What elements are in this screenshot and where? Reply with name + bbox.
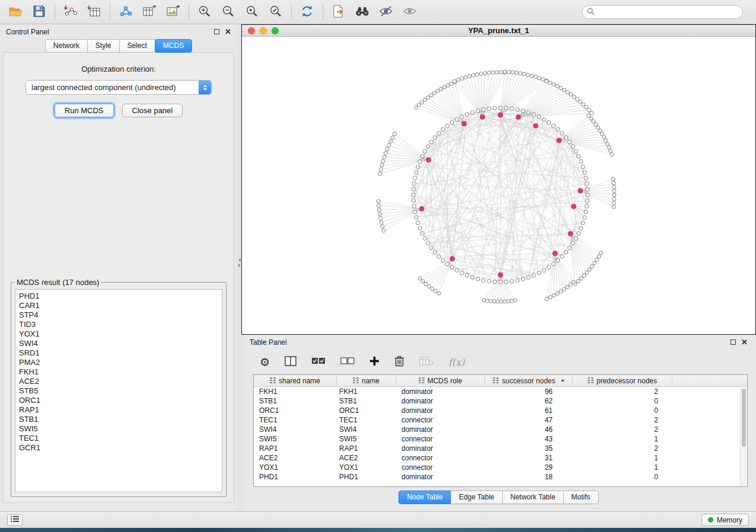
column-grid-icon	[270, 377, 276, 385]
splitter-grip-icon[interactable]	[237, 258, 241, 271]
window-minimize-light[interactable]	[260, 27, 267, 34]
column-header-name[interactable]: name	[337, 375, 396, 386]
tab-mcds[interactable]: MCDS	[155, 39, 192, 53]
mcds-result-item[interactable]: PMA2	[19, 358, 222, 367]
export-table-button[interactable]	[138, 2, 161, 22]
tab-motifs[interactable]: Motifs	[563, 491, 599, 504]
network-window-titlebar[interactable]: YPA_prune.txt_1	[242, 25, 755, 37]
mcds-result-item[interactable]: FKH1	[19, 367, 222, 377]
float-panel-icon[interactable]	[214, 29, 219, 34]
table-row[interactable]: TEC1TEC1connector472	[254, 415, 747, 425]
zoom-fit-button[interactable]	[264, 2, 288, 22]
float-table-panel-icon[interactable]	[731, 339, 736, 345]
column-header-predecessor-nodes[interactable]: predecessor nodes	[573, 375, 672, 386]
close-panel-icon[interactable]: ✕	[225, 28, 231, 36]
mcds-result-item[interactable]: SWI5	[19, 424, 222, 434]
mcds-result-item[interactable]: GCR1	[19, 443, 222, 453]
mcds-result-item[interactable]: SWI4	[19, 339, 222, 348]
table-row[interactable]: SWI4SWI4dominator462	[254, 425, 747, 434]
global-search-field[interactable]	[582, 5, 743, 19]
sort-chevron-icon[interactable]	[561, 380, 564, 382]
zoom-out-button[interactable]	[216, 2, 240, 22]
table-cell: dominator	[396, 406, 485, 415]
show-details-button[interactable]	[398, 2, 422, 22]
table-row[interactable]: FKH1FKH1dominator962	[254, 387, 747, 396]
task-history-button[interactable]	[7, 514, 23, 526]
close-table-panel-icon[interactable]: ✕	[741, 338, 748, 346]
apply-layout-button[interactable]	[295, 2, 319, 22]
table-cell: ORC1	[254, 406, 337, 415]
criterion-dropdown[interactable]: largest connected component (undirected)	[25, 80, 212, 95]
open-session-button[interactable]	[4, 2, 27, 22]
mcds-result-item[interactable]: YOX1	[19, 329, 222, 339]
optimization-criterion-label: Optimization criterion:	[4, 65, 234, 73]
mcds-result-item[interactable]: TEC1	[19, 434, 222, 443]
mcds-result-item[interactable]: SRD1	[19, 348, 222, 358]
import-table-button[interactable]	[82, 2, 106, 22]
search-input[interactable]	[595, 7, 742, 17]
table-row[interactable]: RAP1RAP1dominator352	[254, 444, 747, 453]
show-columns-icon[interactable]	[285, 356, 296, 368]
new-network-button[interactable]	[114, 2, 138, 22]
zoom-in-button[interactable]	[193, 2, 216, 22]
network-graph[interactable]	[242, 37, 755, 334]
zoom-in-icon	[197, 4, 212, 20]
mcds-result-item[interactable]: PHD1	[19, 291, 222, 301]
share-document-button[interactable]	[327, 2, 350, 22]
run-mcds-button[interactable]: Run MCDS	[55, 104, 114, 117]
delete-table-icon-disabled	[419, 356, 433, 368]
mcds-result-item[interactable]: STB1	[19, 415, 222, 424]
mcds-result-item[interactable]: CAR1	[19, 301, 222, 310]
table-row[interactable]: PHD1PHD1dominator180	[254, 472, 747, 482]
tab-node-table[interactable]: Node Table	[398, 491, 451, 504]
import-network-button[interactable]	[59, 2, 82, 22]
network-canvas[interactable]	[242, 37, 755, 334]
column-header-shared-name[interactable]: shared name	[254, 375, 337, 386]
zoom-selected-button[interactable]	[240, 2, 264, 22]
table-settings-gear-icon[interactable]: ⚙	[260, 357, 270, 368]
mcds-result-list[interactable]: PHD1CAR1STP4TID3YOX1SWI4SRD1PMA2FKH1ACE2…	[15, 289, 222, 492]
window-close-light[interactable]	[248, 27, 255, 34]
column-header-successor-nodes[interactable]: successor nodes	[485, 375, 573, 386]
tab-network-table[interactable]: Network Table	[502, 491, 564, 504]
table-cell: 43	[485, 435, 573, 443]
panel-splitter[interactable]	[237, 24, 241, 511]
column-header-MCDS-role[interactable]: MCDS role	[396, 375, 485, 386]
export-table-icon	[142, 5, 157, 20]
select-all-columns-icon[interactable]	[311, 357, 326, 367]
table-row[interactable]: ORC1ORC1dominator610	[254, 406, 747, 415]
tab-select[interactable]: Select	[119, 39, 155, 53]
table-vertical-scrollbar[interactable]	[740, 387, 747, 486]
mcds-result-item[interactable]: RAP1	[19, 405, 222, 415]
memory-button[interactable]: Memory	[701, 514, 749, 526]
window-maximize-light[interactable]	[272, 27, 279, 34]
table-cell: 29	[485, 463, 573, 472]
tab-edge-table[interactable]: Edge Table	[451, 491, 503, 504]
export-image-button[interactable]	[161, 2, 185, 22]
close-panel-button[interactable]: Close panel	[122, 104, 183, 117]
mcds-result-item[interactable]: STB5	[19, 386, 222, 396]
search-network-button[interactable]	[350, 2, 374, 22]
mcds-result-item[interactable]: ORC1	[19, 396, 222, 405]
save-session-button[interactable]	[27, 2, 51, 22]
deselect-all-columns-icon[interactable]	[340, 357, 355, 367]
table-row[interactable]: YOX1YOX1connector291	[254, 463, 747, 472]
scrollbar-thumb[interactable]	[742, 389, 746, 447]
hide-details-button[interactable]	[374, 2, 398, 22]
table-row[interactable]: ACE2ACE2connector311	[254, 453, 747, 463]
toolbar-divider	[291, 4, 292, 20]
delete-column-icon[interactable]	[394, 355, 404, 368]
table-cell: SWI5	[337, 435, 396, 443]
document-share-icon	[332, 4, 345, 20]
table-cell: 1	[573, 463, 672, 472]
tab-network[interactable]: Network	[45, 39, 88, 53]
table-row[interactable]: SWI5SWI5connector431	[254, 434, 747, 444]
add-column-icon[interactable]	[369, 356, 379, 368]
mcds-result-item[interactable]: STP4	[19, 310, 222, 320]
new-network-icon	[119, 5, 133, 20]
mcds-result-item[interactable]: ACE2	[19, 377, 222, 386]
table-cell: 47	[485, 416, 573, 424]
table-row[interactable]: STB1STB1dominator620	[254, 396, 747, 406]
mcds-result-item[interactable]: TID3	[19, 320, 222, 329]
tab-style[interactable]: Style	[87, 39, 120, 53]
